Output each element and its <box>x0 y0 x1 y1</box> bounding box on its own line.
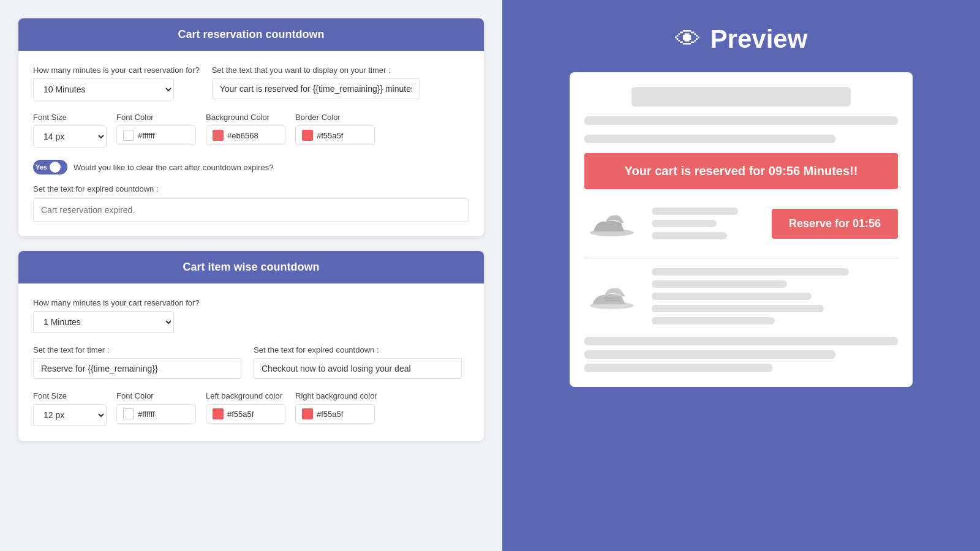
item-font-color-value: #ffffff <box>138 410 155 419</box>
expired-input[interactable] <box>33 198 469 222</box>
product-lines-2 <box>652 268 898 324</box>
timer-text-input[interactable] <box>212 78 420 99</box>
bottom-line-3 <box>584 364 772 372</box>
item-timer-text-input[interactable] <box>33 358 241 379</box>
shoe-icon-2 <box>587 278 636 315</box>
skeleton-title <box>631 87 851 107</box>
bg-color-input[interactable]: #eb6568 <box>206 126 285 145</box>
item-expired-text-group: Set the text for expired countdown : <box>254 345 462 379</box>
product-image-1 <box>584 199 639 248</box>
font-size-label: Font Size <box>33 113 107 122</box>
shoe-icon-1 <box>587 205 636 242</box>
font-size-group: Font Size 14 px 10 px 12 px 16 px <box>33 113 107 148</box>
item-left-bg-label: Left background color <box>206 391 285 400</box>
preview-header: 👁 Preview <box>675 24 808 54</box>
row-colors: Font Size 14 px 10 px 12 px 16 px Font C… <box>33 113 469 148</box>
cart-reservation-card: Cart reservation countdown How many minu… <box>18 18 484 236</box>
reserve-button[interactable]: Reserve for 01:56 <box>772 209 898 239</box>
font-color-group: Font Color #ffffff <box>116 113 196 145</box>
product-row-2 <box>584 268 898 324</box>
cart-item-body: How many minutes is your cart reservatio… <box>18 283 484 441</box>
bottom-line-1 <box>584 337 898 345</box>
minutes-label: How many minutes is your cart reservatio… <box>33 66 200 75</box>
toggle-yes-label: Yes <box>36 163 47 171</box>
font-color-input[interactable]: #ffffff <box>116 126 196 145</box>
item-font-color-input[interactable]: #ffffff <box>116 404 196 424</box>
item-right-bg-label: Right background color <box>295 391 377 400</box>
toggle-label: Would you like to clear the cart after c… <box>74 163 273 172</box>
item-minutes-label: How many minutes is your cart reservatio… <box>33 298 469 307</box>
border-color-value: #f55a5f <box>317 131 343 140</box>
product-lines-1 <box>652 208 760 239</box>
item-colors-row: Font Size 12 px 10 px 14 px 16 px Font C… <box>33 391 469 426</box>
item-left-bg-input[interactable]: #f55a5f <box>206 404 285 424</box>
expired-label: Set the text for expired countdown : <box>33 184 469 193</box>
item-right-bg-input[interactable]: #f55a5f <box>295 404 375 424</box>
left-panel: Cart reservation countdown How many minu… <box>0 0 502 551</box>
item-timer-text-label: Set the text for timer : <box>33 345 241 354</box>
border-color-group: Border Color #f55a5f <box>295 113 375 145</box>
preview-card: Your cart is reserved for 09:56 Minutes!… <box>570 72 913 387</box>
item-expired-text-label: Set the text for expired countdown : <box>254 345 462 354</box>
item-font-size-select[interactable]: 12 px 10 px 14 px 16 px <box>33 404 107 426</box>
border-color-label: Border Color <box>295 113 375 122</box>
item-font-color-swatch <box>123 408 134 419</box>
right-panel: 👁 Preview Your cart is reserved for 09:5… <box>502 0 980 551</box>
item-right-bg-group: Right background color #f55a5f <box>295 391 377 424</box>
timer-text-label: Set the text that you want to display on… <box>212 66 420 75</box>
item-font-color-label: Font Color <box>116 391 196 400</box>
prod2-line-5 <box>652 317 775 324</box>
prod2-line-3 <box>652 293 812 300</box>
cart-item-card: Cart item wise countdown How many minute… <box>18 251 484 441</box>
skeleton-line-2 <box>584 135 835 143</box>
item-right-bg-value: #f55a5f <box>317 410 343 419</box>
minutes-group: How many minutes is your cart reservatio… <box>33 66 200 100</box>
prod-line-1 <box>652 208 738 215</box>
font-size-select[interactable]: 14 px 10 px 12 px 16 px <box>33 126 107 148</box>
timer-banner: Your cart is reserved for 09:56 Minutes!… <box>584 153 898 189</box>
cart-reservation-header: Cart reservation countdown <box>18 18 484 51</box>
skeleton-line-1 <box>584 116 898 125</box>
minutes-select[interactable]: 10 Minutes 1 Minutes 5 Minutes 15 Minute… <box>33 78 174 100</box>
prod2-line-2 <box>652 280 787 288</box>
prod-line-3 <box>652 232 727 239</box>
toggle-row: Yes Would you like to clear the cart aft… <box>33 160 469 174</box>
border-color-input[interactable]: #f55a5f <box>295 126 375 145</box>
toggle-button[interactable]: Yes <box>33 160 67 174</box>
prod2-line-4 <box>652 305 824 312</box>
item-font-color-group: Font Color #ffffff <box>116 391 196 424</box>
prod2-line-1 <box>652 268 849 276</box>
product-row-1: Reserve for 01:56 <box>584 199 898 248</box>
expired-group: Set the text for expired countdown : <box>33 184 469 222</box>
bg-color-value: #eb6568 <box>227 131 258 140</box>
toggle-circle <box>50 162 61 173</box>
timer-text-group: Set the text that you want to display on… <box>212 66 420 99</box>
font-color-swatch <box>123 130 134 141</box>
row-minutes-timer: How many minutes is your cart reservatio… <box>33 66 469 100</box>
bg-color-label: Background Color <box>206 113 285 122</box>
item-right-bg-swatch <box>302 408 313 419</box>
font-color-value: #ffffff <box>138 131 155 140</box>
item-texts-row: Set the text for timer : Set the text fo… <box>33 345 469 379</box>
border-color-swatch <box>302 130 313 141</box>
item-timer-text-group: Set the text for timer : <box>33 345 241 379</box>
divider-1 <box>584 258 898 258</box>
eye-icon: 👁 <box>675 24 701 54</box>
item-font-size-label: Font Size <box>33 391 107 400</box>
bottom-skeletons <box>584 337 898 372</box>
bottom-line-2 <box>584 350 835 359</box>
preview-title: Preview <box>710 24 808 54</box>
item-left-bg-group: Left background color #f55a5f <box>206 391 285 424</box>
item-expired-text-input[interactable] <box>254 358 462 379</box>
bg-color-swatch <box>213 130 224 141</box>
product-image-2 <box>584 272 639 321</box>
item-minutes-select[interactable]: 1 Minutes 5 Minutes 10 Minutes 15 Minute… <box>33 311 174 333</box>
item-left-bg-swatch <box>213 408 224 419</box>
cart-item-header: Cart item wise countdown <box>18 251 484 283</box>
item-minutes-group: How many minutes is your cart reservatio… <box>33 298 469 333</box>
item-font-size-group: Font Size 12 px 10 px 14 px 16 px <box>33 391 107 426</box>
cart-reservation-body: How many minutes is your cart reservatio… <box>18 51 484 236</box>
bg-color-group: Background Color #eb6568 <box>206 113 285 145</box>
font-color-label: Font Color <box>116 113 196 122</box>
prod-line-2 <box>652 220 717 227</box>
